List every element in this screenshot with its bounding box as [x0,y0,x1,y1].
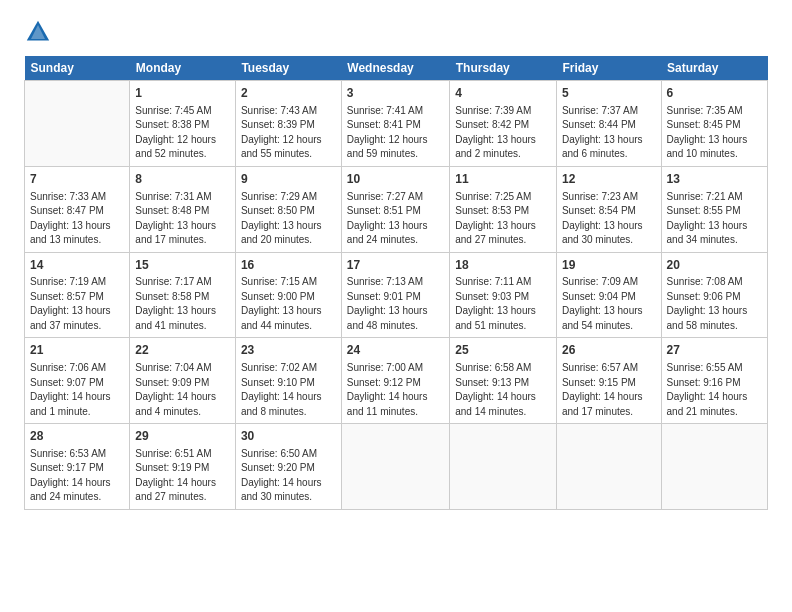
day-number: 29 [135,428,230,445]
day-info: Sunrise: 7:31 AM Sunset: 8:48 PM Dayligh… [135,190,230,248]
calendar-cell: 30Sunrise: 6:50 AM Sunset: 9:20 PM Dayli… [235,424,341,510]
calendar-cell [556,424,661,510]
day-info: Sunrise: 7:27 AM Sunset: 8:51 PM Dayligh… [347,190,444,248]
calendar-body: 1Sunrise: 7:45 AM Sunset: 8:38 PM Daylig… [25,81,768,510]
calendar-cell: 12Sunrise: 7:23 AM Sunset: 8:54 PM Dayli… [556,166,661,252]
day-info: Sunrise: 7:06 AM Sunset: 9:07 PM Dayligh… [30,361,124,419]
calendar-cell: 2Sunrise: 7:43 AM Sunset: 8:39 PM Daylig… [235,81,341,167]
calendar-cell: 13Sunrise: 7:21 AM Sunset: 8:55 PM Dayli… [661,166,767,252]
day-info: Sunrise: 6:51 AM Sunset: 9:19 PM Dayligh… [135,447,230,505]
calendar-cell: 29Sunrise: 6:51 AM Sunset: 9:19 PM Dayli… [130,424,236,510]
calendar-cell: 11Sunrise: 7:25 AM Sunset: 8:53 PM Dayli… [450,166,557,252]
day-number: 24 [347,342,444,359]
calendar-cell [25,81,130,167]
day-number: 18 [455,257,551,274]
header-monday: Monday [130,56,236,81]
day-number: 30 [241,428,336,445]
header-row: SundayMondayTuesdayWednesdayThursdayFrid… [25,56,768,81]
day-number: 7 [30,171,124,188]
calendar-cell: 22Sunrise: 7:04 AM Sunset: 9:09 PM Dayli… [130,338,236,424]
logo-icon [24,18,52,46]
header-saturday: Saturday [661,56,767,81]
day-number: 2 [241,85,336,102]
header-sunday: Sunday [25,56,130,81]
day-info: Sunrise: 7:09 AM Sunset: 9:04 PM Dayligh… [562,275,656,333]
calendar-cell [450,424,557,510]
day-info: Sunrise: 6:55 AM Sunset: 9:16 PM Dayligh… [667,361,762,419]
calendar-cell: 28Sunrise: 6:53 AM Sunset: 9:17 PM Dayli… [25,424,130,510]
day-info: Sunrise: 7:25 AM Sunset: 8:53 PM Dayligh… [455,190,551,248]
day-info: Sunrise: 7:23 AM Sunset: 8:54 PM Dayligh… [562,190,656,248]
header-tuesday: Tuesday [235,56,341,81]
week-row-4: 28Sunrise: 6:53 AM Sunset: 9:17 PM Dayli… [25,424,768,510]
calendar-cell: 4Sunrise: 7:39 AM Sunset: 8:42 PM Daylig… [450,81,557,167]
calendar-cell: 1Sunrise: 7:45 AM Sunset: 8:38 PM Daylig… [130,81,236,167]
calendar-cell: 8Sunrise: 7:31 AM Sunset: 8:48 PM Daylig… [130,166,236,252]
calendar-cell: 19Sunrise: 7:09 AM Sunset: 9:04 PM Dayli… [556,252,661,338]
day-info: Sunrise: 7:39 AM Sunset: 8:42 PM Dayligh… [455,104,551,162]
day-number: 26 [562,342,656,359]
day-info: Sunrise: 7:15 AM Sunset: 9:00 PM Dayligh… [241,275,336,333]
day-number: 3 [347,85,444,102]
header-thursday: Thursday [450,56,557,81]
day-number: 14 [30,257,124,274]
calendar-cell: 21Sunrise: 7:06 AM Sunset: 9:07 PM Dayli… [25,338,130,424]
calendar-cell: 23Sunrise: 7:02 AM Sunset: 9:10 PM Dayli… [235,338,341,424]
day-info: Sunrise: 7:37 AM Sunset: 8:44 PM Dayligh… [562,104,656,162]
day-number: 8 [135,171,230,188]
calendar-cell: 26Sunrise: 6:57 AM Sunset: 9:15 PM Dayli… [556,338,661,424]
calendar-cell: 9Sunrise: 7:29 AM Sunset: 8:50 PM Daylig… [235,166,341,252]
calendar-cell: 17Sunrise: 7:13 AM Sunset: 9:01 PM Dayli… [341,252,449,338]
page: SundayMondayTuesdayWednesdayThursdayFrid… [0,0,792,612]
calendar-header: SundayMondayTuesdayWednesdayThursdayFrid… [25,56,768,81]
day-info: Sunrise: 7:45 AM Sunset: 8:38 PM Dayligh… [135,104,230,162]
day-info: Sunrise: 7:33 AM Sunset: 8:47 PM Dayligh… [30,190,124,248]
day-info: Sunrise: 6:57 AM Sunset: 9:15 PM Dayligh… [562,361,656,419]
day-info: Sunrise: 7:17 AM Sunset: 8:58 PM Dayligh… [135,275,230,333]
day-number: 1 [135,85,230,102]
day-number: 20 [667,257,762,274]
week-row-0: 1Sunrise: 7:45 AM Sunset: 8:38 PM Daylig… [25,81,768,167]
calendar-cell: 18Sunrise: 7:11 AM Sunset: 9:03 PM Dayli… [450,252,557,338]
day-info: Sunrise: 7:02 AM Sunset: 9:10 PM Dayligh… [241,361,336,419]
day-number: 16 [241,257,336,274]
day-info: Sunrise: 7:11 AM Sunset: 9:03 PM Dayligh… [455,275,551,333]
header-friday: Friday [556,56,661,81]
day-number: 11 [455,171,551,188]
day-info: Sunrise: 7:08 AM Sunset: 9:06 PM Dayligh… [667,275,762,333]
day-info: Sunrise: 7:35 AM Sunset: 8:45 PM Dayligh… [667,104,762,162]
week-row-2: 14Sunrise: 7:19 AM Sunset: 8:57 PM Dayli… [25,252,768,338]
day-number: 25 [455,342,551,359]
calendar-cell: 10Sunrise: 7:27 AM Sunset: 8:51 PM Dayli… [341,166,449,252]
day-number: 13 [667,171,762,188]
header [24,18,768,46]
calendar-cell: 6Sunrise: 7:35 AM Sunset: 8:45 PM Daylig… [661,81,767,167]
calendar-cell: 15Sunrise: 7:17 AM Sunset: 8:58 PM Dayli… [130,252,236,338]
day-info: Sunrise: 7:29 AM Sunset: 8:50 PM Dayligh… [241,190,336,248]
week-row-3: 21Sunrise: 7:06 AM Sunset: 9:07 PM Dayli… [25,338,768,424]
calendar-cell: 14Sunrise: 7:19 AM Sunset: 8:57 PM Dayli… [25,252,130,338]
day-number: 6 [667,85,762,102]
logo [24,18,58,46]
calendar-cell: 20Sunrise: 7:08 AM Sunset: 9:06 PM Dayli… [661,252,767,338]
day-number: 28 [30,428,124,445]
calendar-cell: 3Sunrise: 7:41 AM Sunset: 8:41 PM Daylig… [341,81,449,167]
day-number: 19 [562,257,656,274]
day-number: 23 [241,342,336,359]
day-info: Sunrise: 7:21 AM Sunset: 8:55 PM Dayligh… [667,190,762,248]
day-info: Sunrise: 7:19 AM Sunset: 8:57 PM Dayligh… [30,275,124,333]
calendar-cell [341,424,449,510]
day-info: Sunrise: 6:50 AM Sunset: 9:20 PM Dayligh… [241,447,336,505]
day-number: 5 [562,85,656,102]
header-wednesday: Wednesday [341,56,449,81]
week-row-1: 7Sunrise: 7:33 AM Sunset: 8:47 PM Daylig… [25,166,768,252]
calendar-table: SundayMondayTuesdayWednesdayThursdayFrid… [24,56,768,510]
day-info: Sunrise: 7:43 AM Sunset: 8:39 PM Dayligh… [241,104,336,162]
day-number: 22 [135,342,230,359]
day-number: 15 [135,257,230,274]
day-number: 10 [347,171,444,188]
day-info: Sunrise: 7:41 AM Sunset: 8:41 PM Dayligh… [347,104,444,162]
day-number: 27 [667,342,762,359]
day-number: 21 [30,342,124,359]
calendar-cell: 24Sunrise: 7:00 AM Sunset: 9:12 PM Dayli… [341,338,449,424]
